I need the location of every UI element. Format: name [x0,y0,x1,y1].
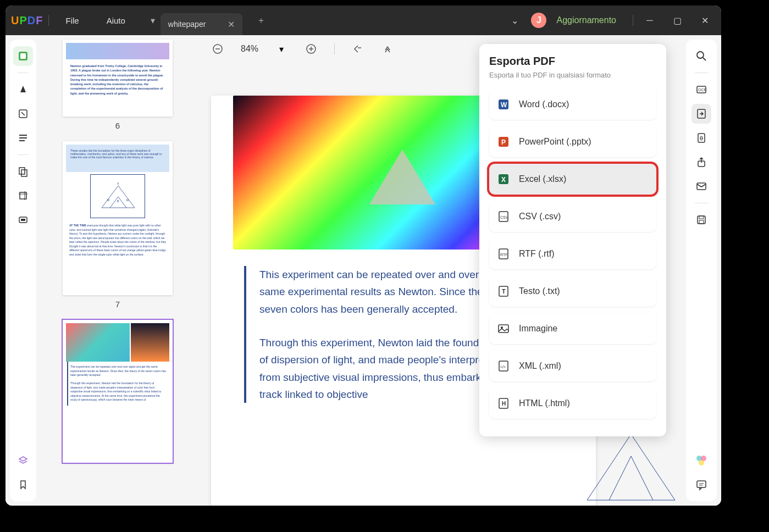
zoom-level[interactable]: 84% [241,44,258,54]
zoom-in-icon[interactable] [305,42,318,56]
thumb-num-6: 6 [115,121,120,130]
thumbnails-tool[interactable] [13,46,33,66]
svg-rect-52 [499,325,508,332]
right-toolbar: OCR [686,40,717,501]
add-tab-icon[interactable]: ＋ [257,15,265,26]
copy-tool[interactable] [13,162,33,181]
svg-rect-6 [19,168,25,174]
svg-point-36 [699,460,704,465]
svg-text:M: M [126,198,129,202]
html-icon: H [497,397,510,410]
thumbnail-6[interactable]: Newton graduated from Trinity College, C… [45,40,190,130]
xml-icon: </> [497,359,510,373]
zoom-out-icon[interactable] [211,42,224,56]
thumbnail-8[interactable]: This experiment can be repeated over and… [45,320,190,467]
export-label-xml: XML (.xml) [519,361,561,371]
svg-text:RTF: RTF [500,253,507,257]
close-tab-icon[interactable]: ✕ [228,19,235,30]
app-window: UPDF File Aiuto ▾ whitepaper ✕ ＋ ⌄ J Agg… [5,5,721,506]
svg-rect-37 [697,481,706,487]
email-icon[interactable] [691,176,711,196]
export-subtitle: Esporta il tuo PDF in qualsiasi formato [489,71,656,79]
thumbnail-7[interactable]: These studies laid the foundation for th… [45,141,190,309]
svg-text:M: M [107,198,109,202]
menu-file[interactable]: File [54,16,90,25]
export-label-html: HTML (.html) [519,398,570,408]
text-tool[interactable] [13,128,33,148]
menu-help[interactable]: Aiuto [96,16,136,25]
svg-rect-8 [20,192,26,199]
export-option-powerpoint[interactable]: PPowerPoint (.pptx) [489,126,656,157]
svg-point-22 [697,52,704,58]
export-panel: Esporta PDF Esporta il tuo PDF in qualsi… [479,44,666,436]
svg-text:W: W [501,101,507,109]
share-icon[interactable] [691,152,711,172]
svg-text:OCR: OCR [698,88,707,92]
export-label-image: Immagine [519,324,557,334]
zoom-dropdown-icon[interactable]: ▾ [275,42,288,56]
document-tab[interactable]: whitepaper ✕ [161,13,243,35]
rtf-icon: RTF [497,247,510,261]
ai-icon[interactable] [691,451,711,470]
export-label-csv: CSV (.csv) [519,212,561,221]
svg-text:A: A [117,182,119,185]
user-avatar[interactable]: J [531,13,546,28]
annotate-tool[interactable] [13,104,33,124]
tab-label: whitepaper [168,20,206,29]
svg-rect-31 [698,216,705,224]
export-label-text: Testo (.txt) [519,286,560,296]
svg-text:H: H [502,401,506,407]
highlight-tool[interactable] [13,80,33,99]
svg-text:CSV: CSV [500,215,508,219]
minimize-icon[interactable]: ─ [639,12,661,29]
protect-icon[interactable] [691,128,711,148]
layers-tool[interactable] [13,451,33,470]
ocr-icon[interactable]: OCR [691,80,711,99]
export-option-text[interactable]: TTesto (.txt) [489,276,656,307]
powerpoint-icon: P [497,135,510,148]
svg-text:T: T [502,288,506,295]
app-logo: UPDF [11,14,43,27]
update-label[interactable]: Aggiornamento [556,15,616,25]
crop-tool[interactable] [13,186,33,206]
svg-text:P: P [501,138,506,146]
svg-point-28 [700,138,702,140]
save-icon[interactable] [691,210,711,230]
comment-icon[interactable] [691,475,711,495]
svg-rect-3 [19,135,27,136]
export-label-powerpoint: PowerPoint (.pptx) [519,137,591,147]
text-icon: T [497,285,510,298]
maximize-icon[interactable]: ▢ [666,12,688,29]
svg-rect-30 [697,183,706,190]
export-label-excel: Excel (.xlsx) [519,174,566,184]
svg-text:B: B [117,199,119,203]
image-icon [497,322,510,335]
chevron-down-icon[interactable]: ⌄ [504,12,525,29]
thumb-num-7: 7 [115,300,120,309]
close-window-icon[interactable]: ✕ [694,12,716,29]
export-option-excel[interactable]: XExcel (.xlsx) [489,164,656,195]
svg-rect-4 [19,137,27,138]
first-page-icon[interactable] [351,42,364,56]
svg-rect-1 [20,53,26,59]
csv-icon: CSV [497,210,510,223]
export-option-xml[interactable]: </>XML (.xml) [489,351,656,381]
search-icon[interactable] [691,46,711,66]
svg-text:X: X [501,176,506,184]
export-option-html[interactable]: HHTML (.html) [489,388,656,419]
export-icon[interactable] [691,104,711,124]
export-option-word[interactable]: WWord (.docx) [489,89,656,120]
prev-page-icon[interactable] [381,42,394,56]
export-label-word: Word (.docx) [519,99,569,109]
svg-rect-12 [21,219,25,221]
redact-tool[interactable] [13,210,33,230]
export-option-image[interactable]: Immagine [489,313,656,344]
thumbnail-panel: Newton graduated from Trinity College, C… [41,35,195,506]
excel-icon: X [497,173,510,186]
export-option-rtf[interactable]: RTFRTF (.rtf) [489,239,656,269]
export-option-csv[interactable]: CSVCSV (.csv) [489,201,656,232]
bookmark-tool[interactable] [13,475,33,495]
svg-line-23 [703,58,706,60]
tab-dropdown-icon[interactable]: ▾ [151,15,155,26]
titlebar: UPDF File Aiuto ▾ whitepaper ✕ ＋ ⌄ J Agg… [5,5,721,35]
